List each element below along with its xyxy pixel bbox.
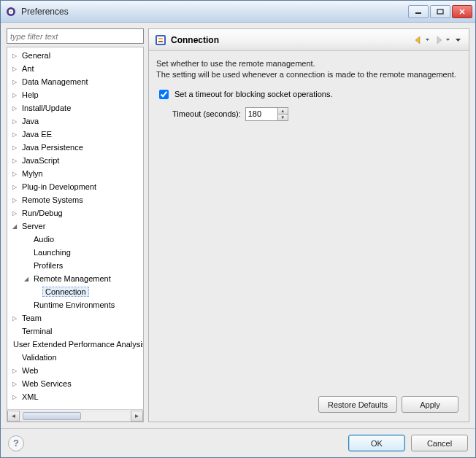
tree-item-label: Web Services: [19, 379, 74, 389]
close-button[interactable]: [452, 5, 472, 18]
tree-item-label: Audio: [31, 234, 57, 244]
connection-page-icon: [155, 34, 166, 46]
expand-icon[interactable]: ▷: [10, 197, 19, 203]
expand-icon[interactable]: ▷: [10, 144, 19, 151]
expand-icon[interactable]: ▷: [10, 210, 19, 217]
tree-item[interactable]: ▷Data Management: [7, 75, 143, 88]
tree-item[interactable]: ▷Web Services: [7, 377, 143, 390]
timeout-checkbox[interactable]: [159, 90, 169, 99]
svg-rect-8: [157, 36, 164, 44]
tree-item[interactable]: ▷Ant: [7, 62, 143, 75]
apply-button[interactable]: Apply: [402, 396, 458, 413]
filter-input[interactable]: [7, 28, 144, 44]
category-tree[interactable]: ▷General▷Ant▷Data Management▷Help▷Instal…: [7, 47, 144, 422]
tree-item[interactable]: ▷XML: [7, 390, 143, 403]
tree-item-label: JavaScript: [19, 155, 62, 166]
tree-item[interactable]: ▷Java: [7, 114, 143, 128]
tree-item[interactable]: ▷Help: [7, 88, 143, 101]
scroll-track[interactable]: [20, 411, 131, 422]
expand-icon[interactable]: ▷: [10, 394, 19, 400]
tree-horizontal-scrollbar[interactable]: ◄ ►: [7, 409, 143, 422]
tree-item-label: Remote Systems: [19, 195, 86, 205]
tree-item[interactable]: ▷Java Persistence: [7, 141, 143, 154]
tree-item[interactable]: Validation: [7, 351, 143, 364]
dropdown-icon: [425, 36, 430, 44]
ok-button[interactable]: OK: [348, 435, 405, 451]
spinner-up-button[interactable]: ▲: [277, 107, 288, 114]
tree-item-label: Plug-in Development: [19, 182, 99, 192]
view-menu-button[interactable]: [453, 34, 463, 46]
app-icon: [5, 6, 17, 18]
scroll-thumb[interactable]: [23, 412, 81, 420]
tree-item[interactable]: Connection: [7, 285, 143, 298]
titlebar[interactable]: Preferences: [1, 1, 475, 23]
tree-item[interactable]: ▷Java EE: [7, 128, 143, 141]
expand-icon[interactable]: ▷: [10, 79, 19, 85]
scroll-right-button[interactable]: ►: [131, 411, 143, 422]
expand-icon[interactable]: ▷: [10, 171, 19, 177]
tree-item[interactable]: ▷Mylyn: [7, 167, 143, 180]
tree-item[interactable]: ▷Plug-in Development: [7, 180, 143, 193]
tree-item-label: Install/Update: [19, 103, 74, 113]
tree-item[interactable]: Runtime Environments: [7, 298, 143, 311]
expand-icon[interactable]: ▷: [10, 315, 19, 322]
tree-item-label: Connection: [42, 287, 89, 297]
tree-item[interactable]: ▷General: [7, 49, 143, 62]
help-button[interactable]: ?: [8, 435, 24, 451]
tree-item-label: User Extended Performance Analysis: [10, 339, 143, 349]
minimize-button[interactable]: [408, 5, 429, 18]
cancel-button[interactable]: Cancel: [411, 435, 468, 451]
tree-item[interactable]: ▷Run/Debug: [7, 206, 143, 220]
expand-icon[interactable]: ▷: [10, 53, 19, 59]
svg-rect-9: [158, 38, 163, 39]
tree-item[interactable]: Launching: [7, 246, 143, 259]
tree-item[interactable]: Audio: [7, 233, 143, 246]
expand-icon[interactable]: ▷: [10, 368, 19, 374]
tree-item-label: Mylyn: [19, 168, 46, 179]
tree-item-label: Data Management: [19, 77, 91, 87]
tree-item[interactable]: ◢Server: [7, 220, 143, 233]
back-button[interactable]: [412, 34, 431, 46]
expand-icon[interactable]: ▷: [10, 92, 19, 98]
window-title: Preferences: [21, 7, 408, 17]
tree-item[interactable]: ▷Remote Systems: [7, 193, 143, 206]
scroll-left-button[interactable]: ◄: [7, 411, 20, 422]
expand-icon[interactable]: ▷: [10, 381, 19, 387]
tree-item-label: Runtime Environments: [31, 300, 118, 310]
expand-icon[interactable]: ▷: [10, 131, 19, 138]
tree-item[interactable]: Profilers: [7, 259, 143, 272]
spinner-down-button[interactable]: ▼: [277, 114, 288, 121]
svg-rect-3: [415, 12, 421, 14]
forward-button[interactable]: [433, 34, 452, 46]
svg-point-2: [10, 10, 12, 12]
description-line-2: The setting will be used whenever a conn…: [156, 69, 461, 80]
description-line-1: Set whether to use the remote management…: [156, 58, 461, 69]
preferences-window: Preferences ▷General▷Ant▷Data Management…: [0, 0, 476, 458]
expand-icon[interactable]: ▷: [10, 105, 19, 112]
tree-item-label: Launching: [31, 247, 74, 257]
tree-item[interactable]: User Extended Performance Analysis: [7, 338, 143, 351]
tree-item-label: Ant: [19, 63, 37, 74]
collapse-icon[interactable]: ◢: [22, 276, 31, 282]
tree-item-label: Web: [19, 365, 41, 376]
collapse-icon[interactable]: ◢: [10, 223, 19, 230]
tree-item-label: XML: [19, 392, 42, 402]
tree-item-label: Help: [19, 90, 42, 100]
dropdown-icon: [445, 36, 450, 44]
tree-item[interactable]: Terminal: [7, 325, 143, 338]
expand-icon[interactable]: ▷: [10, 158, 19, 164]
maximize-button[interactable]: [430, 5, 450, 18]
tree-item[interactable]: ▷Install/Update: [7, 101, 143, 114]
expand-icon[interactable]: ▷: [10, 118, 19, 125]
timeout-input[interactable]: [245, 107, 277, 121]
tree-item[interactable]: ▷JavaScript: [7, 154, 143, 167]
tree-item[interactable]: ▷Web: [7, 364, 143, 377]
expand-icon[interactable]: ▷: [10, 66, 19, 72]
tree-item[interactable]: ◢Remote Management: [7, 272, 143, 285]
restore-defaults-button[interactable]: Restore Defaults: [318, 396, 397, 413]
page-description: Set whether to use the remote management…: [156, 58, 461, 80]
tree-item-label: General: [19, 50, 53, 61]
expand-icon[interactable]: ▷: [10, 184, 19, 190]
tree-item[interactable]: ▷Team: [7, 311, 143, 325]
tree-item-label: Java: [19, 116, 42, 126]
